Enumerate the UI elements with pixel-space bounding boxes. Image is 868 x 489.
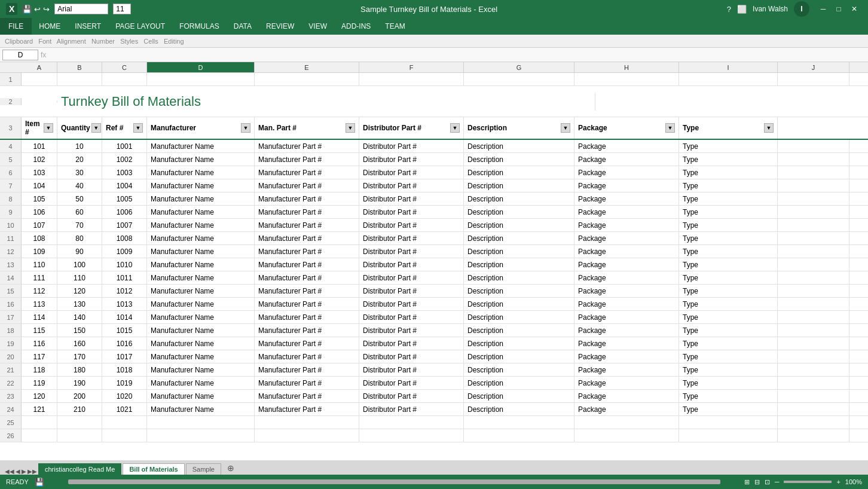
cell-dist-part-4[interactable]: Distributor Part # [359,140,464,152]
cell-type-12[interactable]: Type [679,245,778,258]
cell-j-6[interactable] [778,166,849,179]
cell-ref-20[interactable]: 1017 [102,350,147,363]
cell-g1[interactable] [464,73,574,85]
col-header-j[interactable]: J [778,62,849,72]
cell-qty-21[interactable]: 180 [57,363,102,376]
cell-dist-part-7[interactable]: Distributor Part # [359,179,464,192]
cell-ref-18[interactable]: 1015 [102,324,147,337]
sheet-tab-bom[interactable]: Bill of Materials [123,463,184,475]
cell-desc-10[interactable]: Description [464,219,574,231]
cell-mfr-7[interactable]: Manufacturer Name [147,179,255,192]
cell-dist-part-24[interactable]: Distributor Part # [359,403,464,415]
cell-h-26[interactable] [574,429,679,442]
cell-ref-17[interactable]: 1014 [102,311,147,323]
cell-ref-6[interactable]: 1003 [102,166,147,179]
cell-mfr-part-9[interactable]: Manufacturer Part # [255,206,359,218]
sheet-scroll-next[interactable]: ▶ [22,468,26,475]
cell-mfr-part-15[interactable]: Manufacturer Part # [255,285,359,297]
cell-mfr-9[interactable]: Manufacturer Name [147,206,255,218]
cell-j-20[interactable] [778,350,849,363]
cell-item-16[interactable]: 113 [22,298,57,310]
cell-mfr-part-17[interactable]: Manufacturer Part # [255,311,359,323]
view-pagebreak-icon[interactable]: ⊡ [765,478,770,486]
cell-type-18[interactable]: Type [679,324,778,337]
cell-j-26[interactable] [778,429,849,442]
cell-ref-22[interactable]: 1019 [102,377,147,389]
cell-mfr-18[interactable]: Manufacturer Name [147,324,255,337]
add-ins-menu-item[interactable]: ADD-INS [334,20,378,33]
col-header-e[interactable]: E [255,62,359,72]
cell-mfr-12[interactable]: Manufacturer Name [147,245,255,258]
cell-mfr-part-10[interactable]: Manufacturer Part # [255,219,359,231]
cell-dist-part-16[interactable]: Distributor Part # [359,298,464,310]
cell-desc-5[interactable]: Description [464,153,574,166]
cell-mfr-part-19[interactable]: Manufacturer Part # [255,337,359,350]
cell-a-26[interactable] [22,429,57,442]
cell-e-26[interactable] [255,429,359,442]
cell-mfr-13[interactable]: Manufacturer Name [147,258,255,271]
cell-mfr-part-20[interactable]: Manufacturer Part # [255,350,359,363]
cell-pkg-13[interactable]: Package [574,258,679,271]
cell-e-25[interactable] [255,416,359,429]
cell-item-19[interactable]: 116 [22,337,57,350]
cell-mfr-part-23[interactable]: Manufacturer Part # [255,390,359,402]
cell-item-6[interactable]: 103 [22,166,57,179]
cell-mfr-part-24[interactable]: Manufacturer Part # [255,403,359,415]
cell-dist-part-10[interactable]: Distributor Part # [359,219,464,231]
cell-qty-23[interactable]: 200 [57,390,102,402]
cell-desc-7[interactable]: Description [464,179,574,192]
cell-dist-part-20[interactable]: Distributor Part # [359,350,464,363]
save-icon[interactable]: 💾 [22,5,32,14]
cell-j-24[interactable] [778,403,849,415]
cell-qty-24[interactable]: 210 [57,403,102,415]
filter-ref[interactable]: ▼ [133,123,143,133]
cell-type-10[interactable]: Type [679,219,778,231]
team-menu-item[interactable]: TEAM [378,20,412,33]
cell-qty-17[interactable]: 140 [57,311,102,323]
cell-desc-18[interactable]: Description [464,324,574,337]
cell-pkg-14[interactable]: Package [574,271,679,284]
name-box[interactable] [2,50,38,60]
filter-description[interactable]: ▼ [561,123,570,133]
cell-mfr-19[interactable]: Manufacturer Name [147,337,255,350]
cell-mfr-part-8[interactable]: Manufacturer Part # [255,192,359,205]
cell-dist-part-13[interactable]: Distributor Part # [359,258,464,271]
col-header-g[interactable]: G [464,62,574,72]
file-menu-button[interactable]: FILE [0,18,32,35]
cell-b2-title[interactable]: Turnkey Bill of Materials [57,93,595,111]
zoom-slider[interactable] [784,481,832,483]
cell-c-26[interactable] [102,429,147,442]
cell-d-25[interactable] [147,416,255,429]
cell-qty-4[interactable]: 10 [57,140,102,152]
cell-type-8[interactable]: Type [679,192,778,205]
sheet-scroll-prev[interactable]: ◀ [16,468,20,475]
cell-c-25[interactable] [102,416,147,429]
cell-h-25[interactable] [574,416,679,429]
cell-item-12[interactable]: 109 [22,245,57,258]
cell-pkg-23[interactable]: Package [574,390,679,402]
cell-mfr-24[interactable]: Manufacturer Name [147,403,255,415]
cell-pkg-17[interactable]: Package [574,311,679,323]
font-size-box[interactable]: 11 [113,4,131,14]
cell-qty-16[interactable]: 130 [57,298,102,310]
cell-desc-14[interactable]: Description [464,271,574,284]
cell-type-23[interactable]: Type [679,390,778,402]
cell-mfr-8[interactable]: Manufacturer Name [147,192,255,205]
cell-qty-8[interactable]: 50 [57,192,102,205]
page-layout-menu-item[interactable]: PAGE LAYOUT [108,20,172,33]
cell-dist-part-11[interactable]: Distributor Part # [359,232,464,244]
cell-item-20[interactable]: 117 [22,350,57,363]
cell-dist-part-14[interactable]: Distributor Part # [359,271,464,284]
cell-pkg-10[interactable]: Package [574,219,679,231]
cell-ref-14[interactable]: 1011 [102,271,147,284]
cell-f1[interactable] [359,73,464,85]
cell-qty-5[interactable]: 20 [57,153,102,166]
cell-mfr-part-14[interactable]: Manufacturer Part # [255,271,359,284]
cell-qty-15[interactable]: 120 [57,285,102,297]
add-sheet-button[interactable]: ⊕ [222,462,239,475]
cell-desc-6[interactable]: Description [464,166,574,179]
cell-mfr-part-5[interactable]: Manufacturer Part # [255,153,359,166]
cell-j-12[interactable] [778,245,849,258]
cell-j-17[interactable] [778,311,849,323]
cell-ref-5[interactable]: 1002 [102,153,147,166]
